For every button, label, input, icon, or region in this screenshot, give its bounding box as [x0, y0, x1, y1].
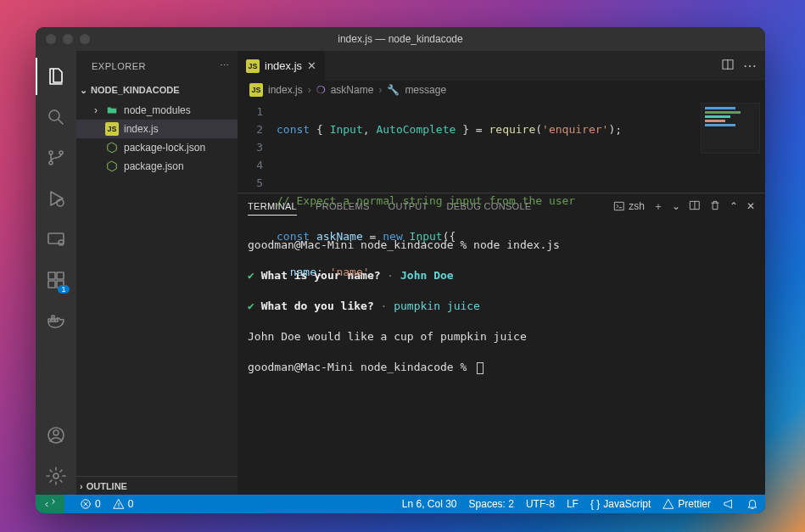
traffic-zoom[interactable]: [80, 34, 90, 44]
sidebar-header: EXPLORER ⋯: [76, 51, 238, 81]
chevron-right-icon: ›: [308, 84, 311, 96]
js-icon: JS: [105, 122, 119, 136]
status-language[interactable]: { } JavaScript: [590, 498, 651, 510]
file-tree: › node_modules JS index.js package-lock.…: [76, 99, 238, 177]
minimap[interactable]: [701, 103, 760, 154]
folder-icon: [105, 104, 119, 117]
folder-header[interactable]: ⌄ NODE_KINDACODE: [76, 81, 238, 99]
tree-label: index.js: [124, 123, 159, 135]
branch-icon: [46, 148, 66, 168]
activity-account[interactable]: [36, 417, 76, 454]
gutter: 1 2 3 4 5: [238, 99, 271, 193]
traffic-lights: [46, 34, 90, 44]
play-bug-icon: [46, 188, 66, 209]
main-area: 1 EXPLORER ⋯ ⌄ NODE_KINDACODE: [36, 51, 765, 495]
svg-point-12: [53, 430, 59, 435]
tree-item-index-js[interactable]: JS index.js: [76, 120, 238, 138]
remote-icon: [46, 229, 66, 249]
megaphone-icon: [723, 498, 735, 510]
traffic-close[interactable]: [46, 34, 56, 44]
remote-window-icon: [44, 498, 56, 510]
split-terminal-icon[interactable]: [689, 199, 701, 214]
chevron-up-icon[interactable]: ⌃: [730, 200, 738, 212]
cursor: [477, 362, 484, 374]
warning-icon: [113, 498, 125, 510]
account-icon: [46, 425, 66, 445]
activity-search[interactable]: [36, 98, 76, 136]
braces-icon: { }: [590, 498, 600, 510]
close-icon[interactable]: ✕: [307, 59, 316, 72]
breadcrumbs[interactable]: JS index.js › ❍ askName › 🔧 message: [238, 81, 765, 99]
editor-actions: ⋯: [713, 51, 765, 81]
extensions-badge: 1: [58, 285, 70, 294]
breadcrumb-file: index.js: [268, 84, 303, 96]
breadcrumb-symbol: askName: [331, 84, 374, 96]
outline-header[interactable]: › OUTLINE: [76, 476, 238, 495]
folder-name: NODE_KINDACODE: [91, 85, 180, 95]
gear-icon: [46, 466, 66, 486]
symbol-property-icon: 🔧: [387, 84, 400, 96]
chevron-down-icon[interactable]: ⌄: [672, 200, 680, 212]
titlebar: index.js — node_kindacode: [36, 27, 765, 51]
svg-rect-8: [57, 272, 64, 279]
activity-docker[interactable]: [36, 302, 76, 339]
tree-label: package.json: [124, 160, 184, 172]
svg-point-0: [49, 110, 59, 120]
js-icon: JS: [246, 59, 260, 73]
svg-rect-7: [48, 272, 55, 279]
svg-point-6: [59, 240, 64, 245]
chevron-right-icon: ›: [80, 481, 83, 491]
editor-tabs: JS index.js ✕ ⋯: [238, 51, 765, 81]
svg-point-13: [53, 473, 59, 479]
statusbar: 0 0 Ln 6, Col 30 Spaces: 2 UTF-8 LF { } …: [36, 495, 765, 513]
sidebar-more-icon[interactable]: ⋯: [220, 60, 230, 71]
npm-icon: [105, 141, 119, 154]
tree-item-package-json[interactable]: package.json: [76, 157, 238, 176]
status-prettier[interactable]: Prettier: [662, 498, 711, 510]
vscode-window: index.js — node_kindacode 1: [36, 27, 765, 513]
split-editor-icon[interactable]: [721, 58, 735, 75]
activity-remote[interactable]: [36, 221, 76, 258]
activity-scm[interactable]: [36, 139, 76, 176]
sidebar: EXPLORER ⋯ ⌄ NODE_KINDACODE › node_modul…: [76, 51, 238, 495]
search-icon: [46, 107, 66, 127]
status-errors[interactable]: 0: [80, 498, 101, 510]
status-warnings[interactable]: 0: [113, 498, 134, 510]
svg-rect-9: [48, 281, 55, 288]
tab-index-js[interactable]: JS index.js ✕: [238, 51, 326, 81]
npm-icon: [105, 160, 119, 173]
chevron-right-icon: ›: [378, 84, 382, 96]
bell-icon: [746, 498, 758, 510]
tree-label: package-lock.json: [124, 142, 205, 154]
status-encoding[interactable]: UTF-8: [526, 498, 555, 510]
status-spaces[interactable]: Spaces: 2: [469, 498, 514, 510]
status-cursor[interactable]: Ln 6, Col 30: [402, 498, 457, 510]
activity-settings[interactable]: [36, 457, 76, 495]
status-eol[interactable]: LF: [567, 498, 579, 510]
warning-icon: [662, 498, 674, 510]
error-icon: [80, 498, 92, 510]
status-feedback[interactable]: [723, 498, 735, 510]
activity-debug[interactable]: [36, 180, 76, 217]
status-bell[interactable]: [746, 498, 758, 510]
tree-item-node-modules[interactable]: › node_modules: [76, 101, 238, 120]
tree-item-package-lock[interactable]: package-lock.json: [76, 138, 238, 157]
remote-indicator[interactable]: [36, 495, 64, 513]
new-terminal-icon[interactable]: ＋: [653, 199, 663, 214]
files-icon: [47, 66, 67, 87]
trash-icon[interactable]: [709, 199, 721, 214]
symbol-method-icon: ❍: [316, 84, 326, 96]
code-content: const { Input, AutoComplete } = require(…: [271, 99, 622, 193]
more-icon[interactable]: ⋯: [743, 58, 757, 74]
sidebar-title: EXPLORER: [92, 61, 146, 71]
svg-rect-5: [48, 233, 64, 244]
chevron-down-icon: ⌄: [80, 85, 87, 96]
traffic-minimize[interactable]: [63, 34, 73, 44]
close-panel-icon[interactable]: ✕: [746, 200, 755, 212]
docker-icon: [46, 311, 66, 331]
activity-extensions[interactable]: 1: [36, 261, 76, 299]
js-icon: JS: [249, 83, 263, 97]
editor[interactable]: 1 2 3 4 5 const { Input, AutoComplete } …: [238, 99, 765, 193]
panel-actions: zsh ＋ ⌄ ⌃ ✕: [613, 199, 755, 214]
activity-explorer[interactable]: [36, 58, 76, 95]
